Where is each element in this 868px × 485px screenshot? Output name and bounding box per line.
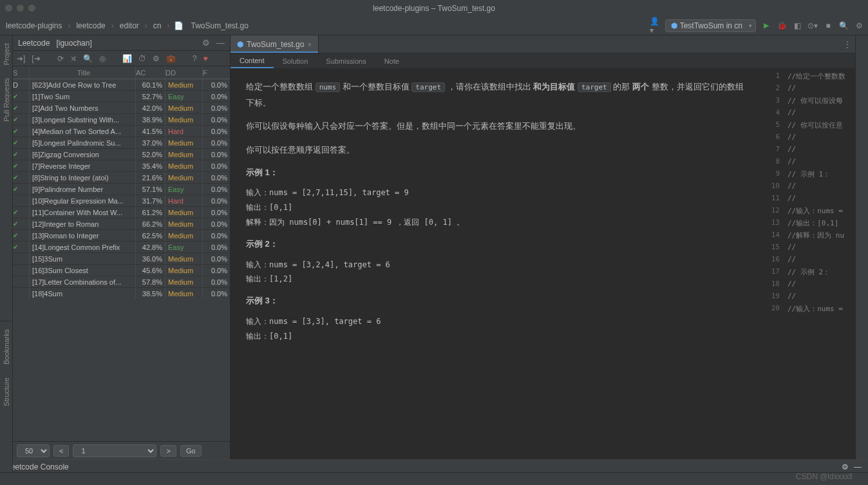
table-row[interactable]: ✔[7]Reverse Integer35.4%Medium0.0% [13, 160, 230, 172]
table-row[interactable]: ✔[6]Zigzag Conversion52.0%Medium0.0% [13, 149, 230, 160]
timer-icon[interactable]: ⏱ [138, 54, 146, 63]
profile-icon[interactable]: ⊙▾ [807, 21, 818, 31]
problem-content: 给定一个整数数组 nums 和一个整数目标值 target ，请你在该数组中找出… [231, 69, 760, 459]
table-row[interactable]: ✔[5]Longest Palindromic Su...37.0%Medium… [13, 137, 230, 149]
watermark: CSDN @ldxxxxll [796, 472, 853, 481]
panel-tab-leetcode[interactable]: Leetcode [18, 39, 50, 48]
breadcrumb-item[interactable]: leetcode [74, 20, 107, 32]
editor-tabs: ⬢ TwoSum_test.go × ⋮ [231, 35, 855, 53]
run-icon[interactable]: ▶ [761, 21, 771, 31]
panel-tab-user[interactable]: [iguochan] [56, 39, 91, 48]
table-row[interactable]: ✔[8]String to Integer (atoi)21.6%Medium0… [13, 172, 230, 184]
code-target2: target [578, 82, 611, 92]
go-file-icon: ⬢ [237, 40, 243, 49]
col-status[interactable]: S [13, 66, 30, 79]
next-page-button[interactable]: > [160, 445, 176, 457]
search-icon[interactable]: 🔍 [838, 21, 849, 31]
breadcrumb-item[interactable]: editor [118, 20, 141, 32]
table-row[interactable]: ✔[3]Longest Substring With...38.9%Medium… [13, 114, 230, 126]
close-tab-icon[interactable]: × [307, 41, 311, 48]
rail-project[interactable]: Project [3, 41, 10, 68]
find-icon[interactable]: 🔍 [83, 54, 93, 63]
table-row[interactable]: [16]3Sum Closest45.6%Medium0.0% [13, 265, 230, 276]
table-row[interactable]: ✔[12]Integer to Roman66.2%Medium0.0% [13, 218, 230, 230]
console-settings-icon[interactable]: ⚙ [842, 462, 849, 471]
table-row[interactable]: D[623]Add One Row to Tree60.1%Medium0.0% [13, 79, 230, 91]
logout-icon[interactable]: [➜ [32, 54, 40, 63]
table-body[interactable]: D[623]Add One Row to Tree60.1%Medium0.0%… [13, 79, 230, 298]
col-ac[interactable]: AC [136, 66, 165, 79]
tab-content[interactable]: Content [231, 53, 274, 68]
table-header: S Title AC DD F [13, 66, 230, 79]
right-tool-rail [855, 35, 868, 459]
table-row[interactable]: [18]4Sum38.5%Medium0.0% [13, 288, 230, 298]
table-row[interactable]: ✔[2]Add Two Numbers42.0%Medium0.0% [13, 102, 230, 114]
login-icon[interactable]: ➜] [17, 54, 25, 63]
panel-toolbar: ➜] [➜ ⟳ ⤨ 🔍 ◎ 📊 ⏱ ⚙ 💼 ? ♥ [13, 51, 230, 66]
tab-note[interactable]: Note [375, 53, 408, 68]
tab-submissions[interactable]: Submissions [317, 53, 375, 68]
titlebar: leetcode-plugins – TwoSum_test.go [0, 0, 868, 16]
rail-structure[interactable]: Structure [3, 375, 10, 409]
window-title: leetcode-plugins – TwoSum_test.go [373, 4, 495, 13]
table-row[interactable]: [10]Regular Expression Ma...31.7%Hard0.0… [13, 195, 230, 207]
tab-solution[interactable]: Solution [274, 53, 317, 68]
window-minimize-icon[interactable] [17, 5, 24, 12]
prev-page-button[interactable]: < [53, 445, 69, 457]
col-f[interactable]: F [203, 66, 230, 79]
paging-bar: 50 < 1 > Go [13, 441, 230, 459]
table-row[interactable]: [17]Letter Combinations of...57.8%Medium… [13, 276, 230, 288]
stats-icon[interactable]: 📊 [122, 54, 132, 63]
editor-area: ⬢ TwoSum_test.go × ⋮ Content Solution Su… [231, 35, 855, 459]
breadcrumb-item[interactable]: leetcode-plugins [4, 20, 64, 32]
run-config-dropdown[interactable]: ⬢ TestTwoSum in cn [665, 19, 756, 32]
window-close-icon[interactable] [5, 5, 12, 12]
problems-table: S Title AC DD F D[623]Add One Row to Tre… [13, 66, 230, 441]
gear-icon[interactable]: ⚙ [153, 54, 160, 63]
go-file-icon: 📄 [174, 21, 184, 30]
editor-tab[interactable]: ⬢ TwoSum_test.go × [231, 35, 319, 53]
tabs-menu-icon[interactable]: ⋮ [844, 40, 855, 49]
page-select[interactable]: 1 [73, 444, 156, 457]
minimize-icon[interactable]: — [216, 38, 225, 48]
status-bar [0, 472, 868, 485]
col-dd[interactable]: DD [165, 66, 203, 79]
refresh-icon[interactable]: ⟳ [57, 54, 64, 63]
pagesize-select[interactable]: 50 [17, 444, 50, 457]
breadcrumb-item[interactable]: cn [151, 20, 164, 32]
briefcase-icon[interactable]: 💼 [166, 54, 176, 63]
help-icon[interactable]: ? [193, 54, 197, 63]
window-zoom-icon[interactable] [28, 5, 35, 12]
tab-label: TwoSum_test.go [247, 40, 304, 49]
settings-icon[interactable]: ⚙ [202, 38, 210, 48]
table-row[interactable]: ✔[14]Longest Common Prefix42.8%Easy0.0% [13, 242, 230, 253]
rail-bookmarks[interactable]: Bookmarks [3, 327, 10, 367]
settings-icon[interactable]: ⚙ [854, 21, 864, 31]
main-toolbar: leetcode-plugins› leetcode› editor› cn› … [0, 16, 868, 35]
donate-icon[interactable]: ♥ [203, 54, 207, 63]
console-hide-icon[interactable]: — [854, 462, 862, 471]
table-row[interactable]: ✔[4]Median of Two Sorted A...41.5%Hard0.… [13, 126, 230, 137]
user-icon[interactable]: 👤▾ [650, 21, 660, 31]
line-numbers: 1234567891011121314151617181920 [760, 69, 784, 459]
code-nums: nums [316, 82, 341, 92]
go-button[interactable]: Go [180, 445, 202, 457]
content-tabs: Content Solution Submissions Note [231, 53, 855, 69]
table-row[interactable]: ✔[1]Two Sum52.7%Easy0.0% [13, 91, 230, 102]
stop-icon[interactable]: ■ [823, 21, 833, 31]
table-row[interactable]: ✔[13]Roman to Integer62.5%Medium0.0% [13, 230, 230, 242]
go-test-icon: ⬢ [671, 21, 677, 30]
table-row[interactable]: ✔[9]Palindrome Number57.1%Easy0.0% [13, 184, 230, 195]
col-title[interactable]: Title [30, 66, 136, 79]
coverage-icon[interactable]: ◧ [792, 21, 802, 31]
target-icon[interactable]: ◎ [99, 54, 106, 63]
leetcode-panel: Leetcode [iguochan] ⚙ — ➜] [➜ ⟳ ⤨ 🔍 ◎ 📊 … [13, 35, 231, 459]
run-config-label: TestTwoSum in cn [680, 21, 742, 30]
breadcrumb-file[interactable]: TwoSum_test.go [189, 20, 250, 32]
table-row[interactable]: ✔[11]Container With Most W...61.2%Medium… [13, 207, 230, 218]
code-lines: //给定一个整数数//// 你可以假设每//// 你可以按任意//////// … [784, 69, 855, 459]
table-row[interactable]: [15]3Sum36.0%Medium0.0% [13, 253, 230, 265]
debug-icon[interactable]: 🐞 [777, 21, 787, 31]
rail-pull-requests[interactable]: Pull Requests [3, 75, 10, 124]
shuffle-icon[interactable]: ⤨ [70, 54, 77, 63]
